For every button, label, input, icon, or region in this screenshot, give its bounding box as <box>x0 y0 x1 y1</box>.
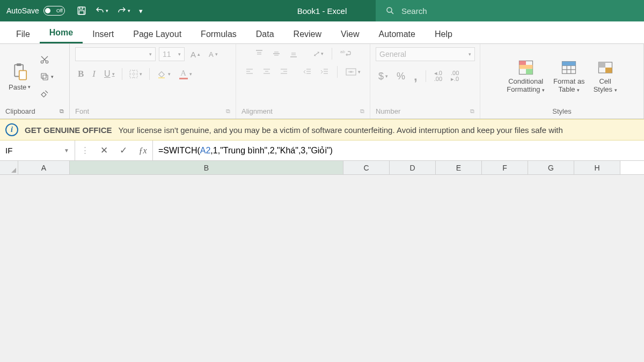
svg-rect-53 <box>562 62 576 66</box>
alignment-launcher[interactable]: ⧉ <box>360 108 364 115</box>
font-launcher[interactable]: ⧉ <box>226 108 230 115</box>
svg-line-4 <box>391 12 393 14</box>
format-as-table-button[interactable]: Format asTable ▾ <box>550 58 588 95</box>
accounting-format-button[interactable]: $ ▾ <box>376 69 391 84</box>
tab-formulas[interactable]: Formulas <box>191 24 246 43</box>
paintbrush-icon <box>40 89 49 99</box>
tab-file[interactable]: File <box>6 24 40 43</box>
tab-home[interactable]: Home <box>40 23 83 43</box>
align-bottom-button[interactable] <box>287 47 301 60</box>
wrap-text-button[interactable]: ab <box>338 47 354 60</box>
align-center-button[interactable] <box>260 65 274 78</box>
worksheet-grid[interactable]: ABCDEFGH <box>0 161 644 175</box>
alignment-group-label: Alignment <box>241 107 273 115</box>
fill-color-button[interactable]: ▾ <box>154 67 173 81</box>
options-button[interactable]: ⋮ <box>75 145 94 156</box>
align-center-icon <box>262 68 271 76</box>
qat-overflow[interactable]: ▾ <box>139 6 143 16</box>
increase-indent-button[interactable] <box>318 65 332 78</box>
svg-rect-12 <box>43 75 48 80</box>
select-all-corner[interactable] <box>0 161 18 174</box>
svg-rect-45 <box>519 61 526 65</box>
wrap-icon: ab <box>340 49 351 58</box>
svg-rect-56 <box>605 68 612 73</box>
column-header-D[interactable]: D <box>390 161 436 174</box>
cell-styles-button[interactable]: CellStyles ▾ <box>590 58 620 95</box>
tab-automate[interactable]: Automate <box>369 24 425 43</box>
search-box[interactable]: Search <box>376 0 644 21</box>
tab-insert[interactable]: Insert <box>83 24 123 43</box>
tab-help[interactable]: Help <box>425 24 462 43</box>
autosave-label: AutoSave <box>6 6 39 15</box>
svg-rect-17 <box>158 77 165 78</box>
svg-rect-6 <box>17 63 21 66</box>
enter-formula-button[interactable]: ✓ <box>114 145 133 156</box>
formula-input[interactable]: =SWITCH(A2,1,"Trung bình",2,"Khá",3,"Giỏ… <box>153 141 644 160</box>
font-size-combo[interactable]: 11▾ <box>159 47 185 61</box>
conditional-formatting-button[interactable]: ConditionalFormatting ▾ <box>503 58 548 95</box>
percent-format-button[interactable]: % <box>394 69 408 84</box>
warning-title: GET GENUINE OFFICE <box>25 125 112 135</box>
tab-data[interactable]: Data <box>246 24 284 43</box>
clipboard-icon <box>12 63 28 81</box>
increase-decimal-button[interactable]: ◂.0.00 <box>431 68 445 84</box>
orientation-button[interactable]: ⤢▾ <box>310 47 326 60</box>
clipboard-launcher[interactable]: ⧉ <box>60 108 64 115</box>
merge-button[interactable]: ▾ <box>343 65 363 78</box>
borders-button[interactable]: ▾ <box>127 68 145 80</box>
ribbon-tabs: FileHomeInsertPage LayoutFormulasDataRev… <box>0 21 644 44</box>
column-header-E[interactable]: E <box>436 161 482 174</box>
chevron-down-icon[interactable]: ▼ <box>64 147 69 153</box>
svg-rect-7 <box>19 70 26 79</box>
quick-access-toolbar: ▾ ▾ ▾ <box>71 6 148 16</box>
column-header-H[interactable]: H <box>574 161 620 174</box>
bold-button[interactable]: B <box>75 67 86 82</box>
align-middle-icon <box>272 49 281 58</box>
save-icon[interactable] <box>77 6 86 16</box>
increase-font-button[interactable]: A▴ <box>188 48 203 61</box>
align-top-button[interactable] <box>252 47 266 60</box>
info-icon: i <box>5 123 18 136</box>
number-launcher[interactable]: ⧉ <box>470 108 474 115</box>
column-header-A[interactable]: A <box>18 161 70 174</box>
warning-text: Your license isn't genuine, and you may … <box>119 125 563 135</box>
comma-format-button[interactable]: , <box>411 67 420 86</box>
align-left-icon <box>245 68 254 76</box>
document-title: Book1 - Excel <box>297 6 347 16</box>
align-right-button[interactable] <box>277 65 291 78</box>
align-middle-button[interactable] <box>269 47 283 60</box>
tab-page-layout[interactable]: Page Layout <box>123 24 191 43</box>
italic-button[interactable]: I <box>90 67 98 82</box>
cut-button[interactable] <box>37 53 56 67</box>
column-header-B[interactable]: B <box>70 161 343 174</box>
tab-review[interactable]: Review <box>284 24 331 43</box>
decrease-font-button[interactable]: A▾ <box>206 48 221 61</box>
paste-button[interactable]: Paste▾ <box>5 62 34 92</box>
redo-button[interactable]: ▾ <box>117 6 130 16</box>
copy-button[interactable]: ▾ <box>37 70 56 84</box>
column-header-G[interactable]: G <box>528 161 574 174</box>
decrease-decimal-button[interactable]: .00▸.0 <box>448 68 462 84</box>
titlebar: AutoSave Off ▾ ▾ ▾ Book1 - Excel Search <box>0 0 644 21</box>
name-box[interactable]: IF ▼ <box>0 141 75 160</box>
align-left-button[interactable] <box>243 65 257 78</box>
outdent-icon <box>303 68 312 76</box>
undo-button[interactable]: ▾ <box>95 6 108 16</box>
decrease-indent-button[interactable] <box>301 65 314 78</box>
svg-point-3 <box>387 8 392 12</box>
font-group-label: Font <box>75 107 89 115</box>
merge-icon <box>346 68 356 76</box>
insert-function-button[interactable]: ƒx <box>133 146 152 156</box>
autosave-control[interactable]: AutoSave Off <box>0 6 71 16</box>
column-header-F[interactable]: F <box>482 161 528 174</box>
font-color-button[interactable]: A▾ <box>177 67 195 82</box>
format-painter-button[interactable] <box>37 87 56 101</box>
cancel-formula-button[interactable]: ✕ <box>94 145 114 156</box>
tab-view[interactable]: View <box>331 24 369 43</box>
border-icon <box>129 70 138 78</box>
underline-button[interactable]: U ▾ <box>101 67 118 81</box>
autosave-toggle[interactable]: Off <box>43 6 65 16</box>
font-family-combo[interactable]: ▾ <box>75 47 156 61</box>
number-format-combo[interactable]: General▾ <box>376 47 475 61</box>
column-header-C[interactable]: C <box>343 161 390 174</box>
